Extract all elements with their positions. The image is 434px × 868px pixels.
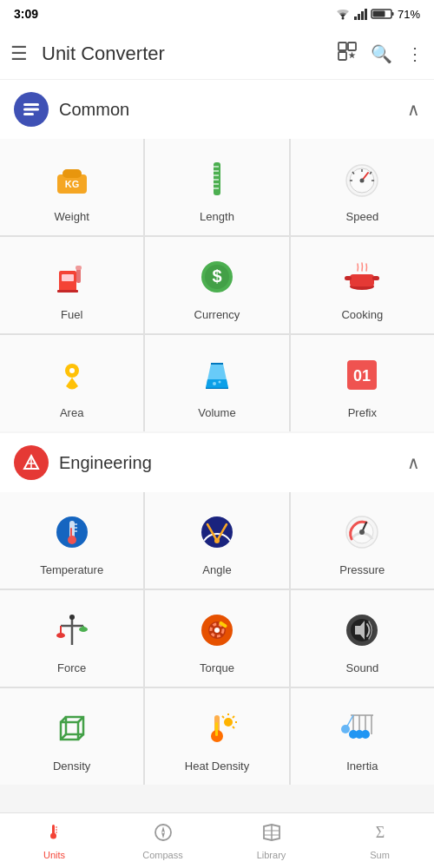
density-item[interactable]: Density <box>0 688 143 785</box>
svg-point-77 <box>56 633 65 638</box>
force-item[interactable]: Force <box>0 590 143 687</box>
nav-sum[interactable]: Σ Sum <box>326 813 434 868</box>
svg-marker-121 <box>161 826 165 832</box>
common-section-title: Common <box>59 100 407 120</box>
svg-text:01: 01 <box>353 367 371 385</box>
cooking-item[interactable]: Cooking <box>291 237 434 333</box>
status-icons: 71% <box>335 8 420 21</box>
nav-units[interactable]: Units <box>0 813 108 868</box>
svg-rect-13 <box>23 108 39 111</box>
area-item[interactable]: Area <box>0 335 143 431</box>
weight-item[interactable]: KG Weight <box>0 139 143 235</box>
svg-point-84 <box>214 628 220 633</box>
svg-rect-2 <box>358 14 360 20</box>
svg-point-79 <box>79 627 88 632</box>
svg-point-0 <box>341 17 344 20</box>
svg-rect-43 <box>350 274 374 286</box>
pressure-item[interactable]: Pressure <box>291 492 434 589</box>
force-label: Force <box>57 661 86 674</box>
units-nav-label: Units <box>43 850 65 860</box>
common-chevron: ∧ <box>407 99 420 120</box>
app-bar-actions: 🔍 ⋮ <box>338 42 424 65</box>
density-icon <box>48 704 96 753</box>
svg-rect-8 <box>339 43 346 50</box>
svg-rect-21 <box>214 174 219 176</box>
content-scroll[interactable]: Common ∧ KG Weight <box>0 80 434 812</box>
svg-rect-115 <box>52 825 55 834</box>
svg-rect-3 <box>361 11 364 20</box>
sound-label: Sound <box>346 661 379 674</box>
wifi-icon <box>335 8 351 20</box>
battery-icon <box>372 8 394 20</box>
torque-item[interactable]: Torque <box>145 590 288 687</box>
length-label: Length <box>200 210 234 223</box>
length-icon <box>193 155 241 203</box>
svg-text:$: $ <box>212 266 221 286</box>
area-icon <box>48 351 96 399</box>
currency-icon: $ <box>193 253 241 301</box>
svg-rect-9 <box>348 43 356 50</box>
cooking-icon <box>338 253 386 301</box>
svg-rect-44 <box>345 276 352 280</box>
pressure-label: Pressure <box>339 563 385 576</box>
search-button[interactable]: 🔍 <box>371 43 392 64</box>
svg-rect-6 <box>391 12 393 16</box>
svg-rect-10 <box>339 52 346 60</box>
engineering-section-title: Engineering <box>59 453 407 473</box>
svg-rect-20 <box>214 170 219 172</box>
status-time: 3:09 <box>14 7 38 21</box>
heat-density-icon <box>193 704 241 753</box>
svg-point-98 <box>224 718 233 727</box>
angle-item[interactable]: Angle <box>145 492 288 589</box>
length-item[interactable]: Length <box>145 139 288 235</box>
engineering-section-icon <box>14 445 49 480</box>
menu-button[interactable]: ☰ <box>10 43 28 65</box>
svg-point-73 <box>359 529 365 535</box>
volume-icon <box>193 351 241 399</box>
svg-rect-45 <box>372 276 379 280</box>
engineering-section-header[interactable]: Engineering ∧ <box>0 433 434 492</box>
sum-nav-icon: Σ <box>370 822 391 848</box>
svg-point-80 <box>69 615 75 620</box>
more-button[interactable]: ⋮ <box>406 43 424 64</box>
svg-rect-24 <box>214 187 219 189</box>
inertia-item[interactable]: Inertia <box>291 688 434 785</box>
density-label: Density <box>53 760 90 773</box>
currency-item[interactable]: $ Currency <box>145 237 288 333</box>
speed-item[interactable]: Speed <box>291 139 434 235</box>
temperature-item[interactable]: Temperature <box>0 492 143 589</box>
common-section-header[interactable]: Common ∧ <box>0 80 434 139</box>
sound-item[interactable]: Sound <box>291 590 434 687</box>
sound-icon <box>338 606 386 654</box>
svg-point-47 <box>69 368 75 373</box>
nav-compass[interactable]: Compass <box>108 813 217 868</box>
svg-point-114 <box>341 725 350 733</box>
svg-rect-97 <box>215 722 218 736</box>
common-section-icon <box>14 92 49 127</box>
content-bottom-spacer <box>0 786 434 804</box>
pressure-icon <box>338 508 386 556</box>
svg-rect-62 <box>70 528 72 540</box>
svg-rect-38 <box>57 290 78 293</box>
fuel-item[interactable]: Fuel <box>0 237 143 333</box>
engineering-chevron: ∧ <box>407 452 420 473</box>
compass-nav-label: Compass <box>142 850 182 860</box>
angle-icon <box>193 508 241 556</box>
heat-density-item[interactable]: Heat Density <box>145 688 288 785</box>
svg-text:KG: KG <box>64 179 79 189</box>
prefix-item[interactable]: 01 Prefix <box>291 335 434 431</box>
nav-library[interactable]: Library <box>217 813 326 868</box>
cooking-label: Cooking <box>341 308 383 321</box>
svg-rect-37 <box>76 266 82 270</box>
currency-label: Currency <box>194 308 240 321</box>
svg-rect-23 <box>214 183 219 185</box>
prefix-label: Prefix <box>348 406 377 419</box>
svg-rect-12 <box>23 103 39 106</box>
common-grid: KG Weight Length <box>0 139 434 431</box>
volume-item[interactable]: Volume <box>145 335 288 431</box>
units-nav-icon <box>44 822 65 848</box>
battery-percent: 71% <box>398 8 420 21</box>
torque-label: Torque <box>200 661 234 674</box>
angle-label: Angle <box>202 563 231 576</box>
grid-star-button[interactable] <box>338 42 357 65</box>
